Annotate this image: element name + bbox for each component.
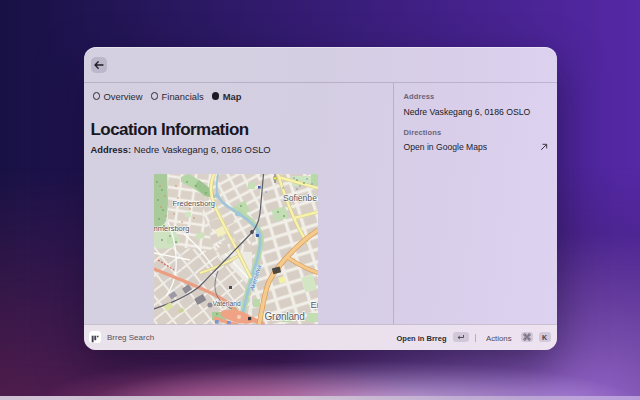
- svg-text:Vaterland: Vaterland: [213, 300, 241, 307]
- svg-text:Sofienbe: Sofienbe: [283, 193, 317, 203]
- svg-text:En: En: [311, 299, 319, 310]
- svg-text:mmersborg: mmersborg: [154, 224, 189, 233]
- svg-text:Fredensborg: Fredensborg: [173, 199, 216, 208]
- svg-text:Grønland: Grønland: [265, 311, 305, 322]
